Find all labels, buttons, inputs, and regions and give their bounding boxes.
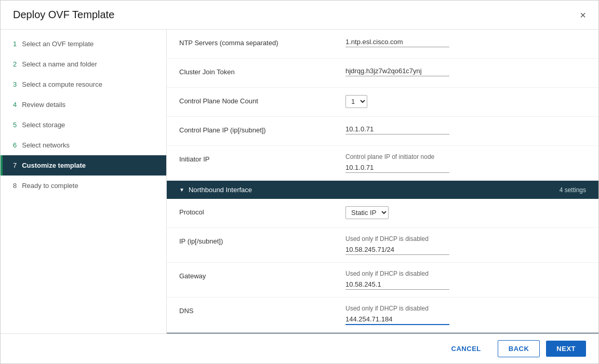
sidebar-item-8[interactable]: 8Ready to complete — [1, 176, 166, 196]
field-row-cluster_token: Cluster Join Token — [167, 59, 598, 88]
input-nb_ip[interactable] — [345, 245, 449, 255]
modal-title: Deploy OVF Template — [13, 9, 114, 21]
sidebar-item-5[interactable]: 5Select storage — [1, 115, 166, 135]
field-value-nb_ip: Used only if DHCP is disabled — [345, 235, 586, 255]
step-number: 2 — [13, 60, 17, 68]
field-label-ntp: NTP Servers (comma separated) — [179, 37, 345, 47]
back-button[interactable]: BACK — [498, 340, 540, 357]
sidebar-item-4[interactable]: 4Review details — [1, 95, 166, 115]
field-value-ntp — [345, 37, 586, 47]
field-row-initiator_ip: Initiator IP Control plane IP of initiat… — [167, 146, 598, 181]
step-number: 6 — [13, 141, 17, 149]
field-label-nb_dns: DNS — [179, 305, 345, 315]
field-row-nb_gateway: Gateway Used only if DHCP is disabled — [167, 263, 598, 298]
field-label-nb_ip: IP (ip[/subnet]) — [179, 235, 345, 245]
field-row-ntp: NTP Servers (comma separated) — [167, 30, 598, 59]
field-value-initiator_ip: Control plane IP of initiator node — [345, 153, 586, 173]
step-label: Customize template — [22, 161, 86, 169]
field-value-nb_dns: Used only if DHCP is disabled — [345, 305, 586, 325]
sidebar: 1Select an OVF template2Select a name an… — [1, 30, 167, 333]
field-row-nb_protocol: Protocol Static IPDHCP — [167, 199, 598, 228]
field-hint-initiator_ip: Control plane IP of initiator node — [345, 153, 586, 160]
field-hint-nb_ip: Used only if DHCP is disabled — [345, 235, 586, 242]
field-label-cluster_token: Cluster Join Token — [179, 66, 345, 76]
field-row-nb_ip: IP (ip[/subnet]) Used only if DHCP is di… — [167, 228, 598, 263]
step-label: Review details — [22, 101, 65, 109]
step-number: 4 — [13, 101, 17, 109]
modal-footer: CANCEL BACK NEXT — [1, 333, 598, 363]
field-value-control_plane_ip — [345, 124, 586, 134]
step-label: Select storage — [22, 121, 65, 129]
field-label-nb_protocol: Protocol — [179, 206, 345, 216]
select-nb_protocol[interactable]: Static IPDHCP — [345, 206, 389, 219]
sidebar-item-1[interactable]: 1Select an OVF template — [1, 34, 166, 54]
select-control_plane_count[interactable]: 123 — [345, 95, 367, 108]
field-hint-nb_dns: Used only if DHCP is disabled — [345, 305, 586, 312]
modal-header: Deploy OVF Template × — [1, 1, 598, 30]
content-area: NTP Servers (comma separated) Cluster Jo… — [167, 30, 598, 333]
step-number: 1 — [13, 40, 17, 48]
field-row-control_plane_ip: Control Plane IP (ip[/subnet]) — [167, 117, 598, 146]
sidebar-item-6[interactable]: 6Select networks — [1, 135, 166, 155]
deploy-ovf-modal: Deploy OVF Template × 1Select an OVF tem… — [0, 0, 599, 364]
sidebar-item-7[interactable]: 7Customize template — [1, 155, 166, 176]
step-number: 7 — [13, 161, 17, 169]
field-label-control_plane_ip: Control Plane IP (ip[/subnet]) — [179, 124, 345, 134]
field-value-control_plane_count: 123 — [345, 95, 586, 108]
cancel-button[interactable]: CANCEL — [441, 341, 491, 357]
field-value-nb_gateway: Used only if DHCP is disabled — [345, 270, 586, 290]
field-row-nb_dns: DNS Used only if DHCP is disabled — [167, 298, 598, 333]
input-ntp[interactable] — [345, 37, 449, 47]
field-label-control_plane_count: Control Plane Node Count — [179, 95, 345, 105]
step-label: Select networks — [22, 141, 70, 149]
section-header-northbound[interactable]: ▼ Northbound Interface 4 settings — [167, 181, 598, 199]
next-button[interactable]: NEXT — [546, 341, 586, 357]
input-nb_dns[interactable] — [345, 314, 449, 325]
sidebar-item-3[interactable]: 3Select a compute resource — [1, 74, 166, 95]
input-initiator_ip[interactable] — [345, 163, 449, 173]
section-title-northbound: Northbound Interface — [189, 186, 560, 194]
input-nb_gateway[interactable] — [345, 279, 449, 290]
step-label: Select a compute resource — [22, 80, 102, 88]
step-label: Select an OVF template — [22, 40, 94, 48]
content-scroll: NTP Servers (comma separated) Cluster Jo… — [167, 30, 598, 333]
field-value-nb_protocol: Static IPDHCP — [345, 206, 586, 219]
step-label: Ready to complete — [22, 182, 78, 190]
close-button[interactable]: × — [580, 10, 586, 20]
input-control_plane_ip[interactable] — [345, 124, 449, 134]
field-hint-nb_gateway: Used only if DHCP is disabled — [345, 270, 586, 277]
field-row-control_plane_count: Control Plane Node Count 123 — [167, 88, 598, 117]
step-number: 8 — [13, 182, 17, 190]
chevron-down-icon: ▼ — [179, 187, 184, 193]
input-cluster_token[interactable] — [345, 66, 449, 76]
field-value-cluster_token — [345, 66, 586, 76]
sidebar-item-2[interactable]: 2Select a name and folder — [1, 54, 166, 74]
modal-body: 1Select an OVF template2Select a name an… — [1, 30, 598, 333]
step-number: 5 — [13, 121, 17, 129]
step-number: 3 — [13, 80, 17, 88]
field-label-initiator_ip: Initiator IP — [179, 153, 345, 163]
step-label: Select a name and folder — [22, 60, 97, 68]
section-count-northbound: 4 settings — [560, 186, 586, 194]
field-label-nb_gateway: Gateway — [179, 270, 345, 280]
